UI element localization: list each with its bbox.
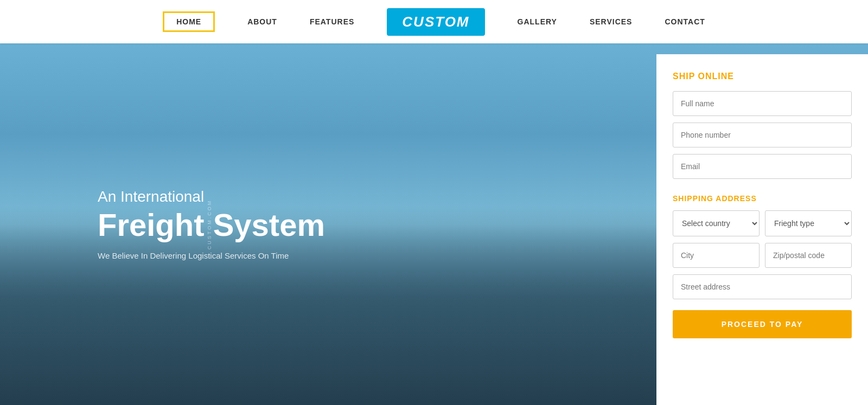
hero-text-block: An International Freight System We Belie… bbox=[98, 188, 401, 260]
nav-gallery[interactable]: GALLERY bbox=[518, 17, 557, 26]
form-section-title: SHIP ONLINE bbox=[673, 72, 852, 81]
city-input[interactable] bbox=[673, 243, 760, 268]
hero-subtitle: An International bbox=[98, 188, 401, 205]
hero-description: We Believe In Delivering Logistical Serv… bbox=[98, 251, 401, 260]
nav-home[interactable]: HOME bbox=[163, 11, 215, 32]
freight-select[interactable]: Frieght typeAir FreightSea FreightRoad F… bbox=[765, 210, 852, 236]
country-select[interactable]: Select countryUnited StatesUnited Kingdo… bbox=[673, 210, 760, 236]
hero-watermark: CUSTOM.COM bbox=[207, 199, 212, 249]
country-freight-row: Select countryUnited StatesUnited Kingdo… bbox=[673, 210, 852, 236]
navbar: HOME ABOUT FEATURES CUSTOM GALLERY SERVI… bbox=[0, 0, 868, 43]
nav-features[interactable]: FEATURES bbox=[310, 17, 354, 26]
shipping-address-title: SHIPPING ADDRESS bbox=[673, 194, 852, 203]
hero-content: CUSTOM.COM An International Freight Syst… bbox=[0, 43, 868, 405]
street-input[interactable] bbox=[673, 274, 852, 299]
logo-text: CUSTOM bbox=[402, 14, 469, 30]
fullname-input[interactable] bbox=[673, 91, 852, 116]
ship-online-form: SHIP ONLINE SHIPPING ADDRESS Select coun… bbox=[656, 54, 868, 405]
nav-logo[interactable]: CUSTOM bbox=[387, 8, 484, 36]
hero-section: CUSTOM.COM An International Freight Syst… bbox=[0, 43, 868, 405]
nav-about[interactable]: ABOUT bbox=[247, 17, 277, 26]
zip-input[interactable] bbox=[765, 243, 852, 268]
hero-title: Freight System bbox=[98, 208, 401, 242]
nav-services[interactable]: SERVICES bbox=[590, 17, 633, 26]
city-zip-row bbox=[673, 243, 852, 268]
email-input[interactable] bbox=[673, 154, 852, 179]
proceed-to-pay-button[interactable]: PROCEED TO PAY bbox=[673, 310, 852, 338]
phone-input[interactable] bbox=[673, 123, 852, 147]
nav-contact[interactable]: CONTACT bbox=[665, 17, 705, 26]
